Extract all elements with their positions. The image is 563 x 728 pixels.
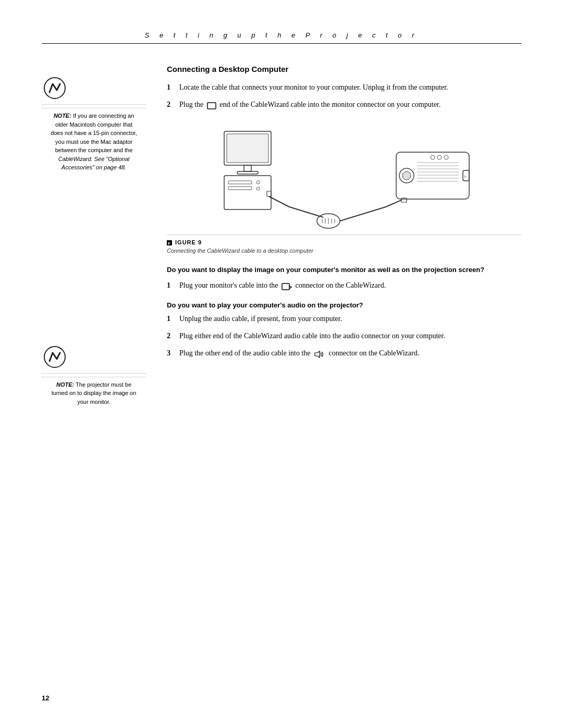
q1-step-text-1: Plug your monitor's cable into the conne… [179, 280, 386, 291]
monitor-out-icon [282, 281, 292, 292]
q2-step-text-2: Plug either end of the CableWizard audio… [179, 330, 445, 341]
step-text-2: Plug the end of the CableWizard cable in… [179, 99, 440, 110]
step-number-1: 1 [167, 82, 176, 93]
section-heading: Connecting a Desktop Computer [167, 65, 521, 73]
svg-rect-8 [228, 181, 252, 184]
q2-step-text-3: Plug the other end of the audio cable in… [179, 348, 419, 359]
svg-point-27 [437, 155, 442, 159]
svg-point-10 [256, 181, 260, 184]
svg-point-11 [256, 187, 260, 190]
figure-caption-block: F IGURE 9 Connecting the CableWizard cab… [167, 235, 521, 255]
svg-rect-5 [244, 165, 251, 171]
question1-steps: 1 Plug your monitor's cable into the con… [167, 280, 521, 291]
step-2: 2 Plug the end of the CableWizard cable … [167, 99, 521, 110]
q2-step-number-1: 1 [167, 313, 176, 324]
svg-rect-12 [267, 191, 271, 196]
question-1-heading: Do you want to display the image on your… [167, 265, 521, 275]
figure-area: F F IGURE 9 Connecting the CableWizard c… [167, 121, 521, 255]
svg-line-21 [340, 207, 386, 221]
question-2-heading: Do you want to play your computer's audi… [167, 301, 521, 309]
q2-step-number-2: 2 [167, 330, 176, 341]
note-icon-2 [42, 344, 68, 370]
svg-text:F: F [464, 175, 467, 178]
q2-step-1: 1 Unplug the audio cable, if present, fr… [167, 313, 521, 324]
svg-marker-42 [315, 351, 320, 357]
svg-rect-41 [282, 283, 289, 290]
figure-label-text: IGURE 9 [175, 239, 202, 245]
audio-connector-icon [314, 348, 325, 359]
q2-step-3: 3 Plug the other end of the audio cable … [167, 348, 521, 359]
svg-rect-38 [401, 198, 407, 202]
step-number-2: 2 [167, 99, 176, 110]
q2-step-number-3: 3 [167, 348, 176, 359]
svg-line-13 [269, 196, 289, 207]
svg-text:F: F [168, 241, 171, 245]
page: S e t t i n g u p t h e P r o j e c t o … [0, 0, 563, 728]
question2-steps: 1 Unplug the audio cable, if present, fr… [167, 313, 521, 359]
svg-point-26 [431, 155, 435, 159]
dotted-line-bottom-1 [42, 108, 146, 108]
dotted-line-top-1 [42, 104, 146, 105]
connection-diagram: F [209, 121, 480, 230]
note-text-2: NOTE: The projector must be turned on to… [42, 380, 146, 406]
page-number: 12 [42, 694, 49, 702]
q2-step-2: 2 Plug either end of the CableWizard aud… [167, 330, 521, 341]
svg-rect-4 [227, 134, 268, 163]
q1-step-number-1: 1 [167, 280, 176, 291]
dotted-line-top-2 [42, 373, 146, 374]
figure-label: F IGURE 9 [167, 239, 202, 245]
svg-line-14 [289, 207, 323, 217]
step-text-1: Locate the cable that connects your moni… [179, 82, 448, 93]
header-title: S e t t i n g u p t h e P r o j e c t o … [145, 31, 419, 39]
note-icon-1 [42, 75, 68, 101]
left-column: NOTE: If you are connecting an older Mac… [42, 65, 156, 422]
step-1: 1 Locate the cable that connects your mo… [167, 82, 521, 93]
svg-point-28 [444, 155, 448, 159]
svg-line-22 [386, 200, 401, 207]
note-block-2: NOTE: The projector must be turned on to… [42, 339, 146, 406]
note-block-1: NOTE: If you are connecting an older Mac… [42, 70, 146, 172]
figure-caption-text: Connecting the CableWizard cable to a de… [167, 248, 313, 254]
dotted-line-bottom-2 [42, 377, 146, 377]
page-header: S e t t i n g u p t h e P r o j e c t o … [42, 31, 521, 44]
svg-rect-2 [207, 103, 216, 109]
note-text-1: NOTE: If you are connecting an older Mac… [42, 112, 146, 172]
q1-step-1: 1 Plug your monitor's cable into the con… [167, 280, 521, 291]
right-column: Connecting a Desktop Computer 1 Locate t… [156, 65, 521, 422]
setup-steps: 1 Locate the cable that connects your mo… [167, 82, 521, 110]
svg-rect-9 [228, 187, 252, 190]
monitor-connector-icon [207, 100, 216, 110]
q2-step-text-1: Unplug the audio cable, if present, from… [179, 313, 342, 324]
svg-rect-6 [237, 171, 258, 174]
content-area: NOTE: If you are connecting an older Mac… [42, 65, 521, 422]
svg-point-25 [402, 171, 411, 180]
